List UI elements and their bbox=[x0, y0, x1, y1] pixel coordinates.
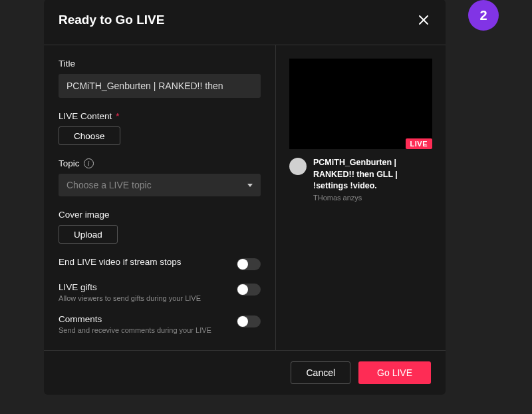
topic-label: Topic i bbox=[59, 158, 261, 168]
toggle-texts: End LIVE video if stream stops bbox=[59, 257, 182, 267]
toggle-texts: LIVE gifts Allow viewers to send gifts d… bbox=[59, 282, 201, 302]
toggle-label: Comments bbox=[59, 314, 211, 324]
topic-group: Topic i Choose a LIVE topic bbox=[59, 158, 261, 196]
topic-placeholder: Choose a LIVE topic bbox=[66, 180, 152, 190]
live-badge: LIVE bbox=[406, 138, 432, 149]
close-button[interactable] bbox=[416, 13, 431, 27]
info-icon[interactable]: i bbox=[84, 158, 94, 168]
topic-select[interactable]: Choose a LIVE topic bbox=[59, 174, 261, 196]
live-content-label: LIVE Content* bbox=[59, 111, 261, 121]
preview-text: PCMiTH_Genburten | RANKED!! then GLL | !… bbox=[313, 157, 432, 202]
title-input[interactable] bbox=[59, 74, 261, 98]
toggle-switch-end-live[interactable] bbox=[237, 258, 261, 270]
upload-button[interactable]: Upload bbox=[59, 225, 118, 244]
toggle-knob bbox=[237, 259, 248, 270]
choose-button[interactable]: Choose bbox=[59, 126, 120, 145]
modal-footer: Cancel Go LIVE bbox=[44, 350, 446, 395]
title-label: Title bbox=[59, 59, 261, 69]
toggle-label: End LIVE video if stream stops bbox=[59, 257, 182, 267]
modal-title: Ready to Go LIVE bbox=[59, 13, 164, 27]
modal-header: Ready to Go LIVE bbox=[44, 0, 446, 45]
preview-column: LIVE PCMiTH_Genburten | RANKED!! then GL… bbox=[276, 45, 446, 350]
toggle-gifts: LIVE gifts Allow viewers to send gifts d… bbox=[59, 282, 261, 302]
toggle-knob bbox=[237, 284, 248, 295]
live-content-label-text: LIVE Content bbox=[59, 111, 112, 121]
preview-info: PCMiTH_Genburten | RANKED!! then GLL | !… bbox=[289, 157, 432, 202]
form-column: Title LIVE Content* Choose Topic i Choos… bbox=[44, 45, 276, 350]
avatar bbox=[289, 158, 307, 175]
toggle-switch-comments[interactable] bbox=[237, 315, 261, 327]
modal-body: Title LIVE Content* Choose Topic i Choos… bbox=[44, 45, 446, 350]
preview-user: THomas anzys bbox=[313, 194, 432, 202]
go-live-button[interactable]: Go LIVE bbox=[358, 361, 431, 384]
chevron-down-icon bbox=[247, 184, 253, 187]
cover-group: Cover image Upload bbox=[59, 210, 261, 244]
toggle-end-live: End LIVE video if stream stops bbox=[59, 257, 261, 270]
cancel-button[interactable]: Cancel bbox=[291, 361, 350, 384]
title-group: Title bbox=[59, 59, 261, 98]
toggle-comments: Comments Send and recevive comments duri… bbox=[59, 314, 261, 334]
toggle-texts: Comments Send and recevive comments duri… bbox=[59, 314, 211, 334]
toggle-switch-gifts[interactable] bbox=[237, 284, 261, 296]
required-asterisk: * bbox=[116, 111, 119, 121]
step-badge: 2 bbox=[468, 0, 499, 31]
cover-label: Cover image bbox=[59, 210, 261, 220]
stream-preview: LIVE bbox=[289, 59, 432, 149]
close-icon bbox=[418, 15, 429, 25]
preview-title: PCMiTH_Genburten | RANKED!! then GLL | !… bbox=[313, 157, 432, 192]
topic-label-text: Topic bbox=[59, 158, 80, 168]
live-content-group: LIVE Content* Choose bbox=[59, 111, 261, 145]
toggle-label: LIVE gifts bbox=[59, 282, 201, 292]
toggle-sub: Allow viewers to send gifts during your … bbox=[59, 294, 201, 302]
toggle-sub: Send and recevive comments during your L… bbox=[59, 326, 211, 334]
go-live-modal: Ready to Go LIVE Title LIVE Content* Cho… bbox=[44, 0, 446, 395]
toggle-knob bbox=[237, 316, 248, 327]
